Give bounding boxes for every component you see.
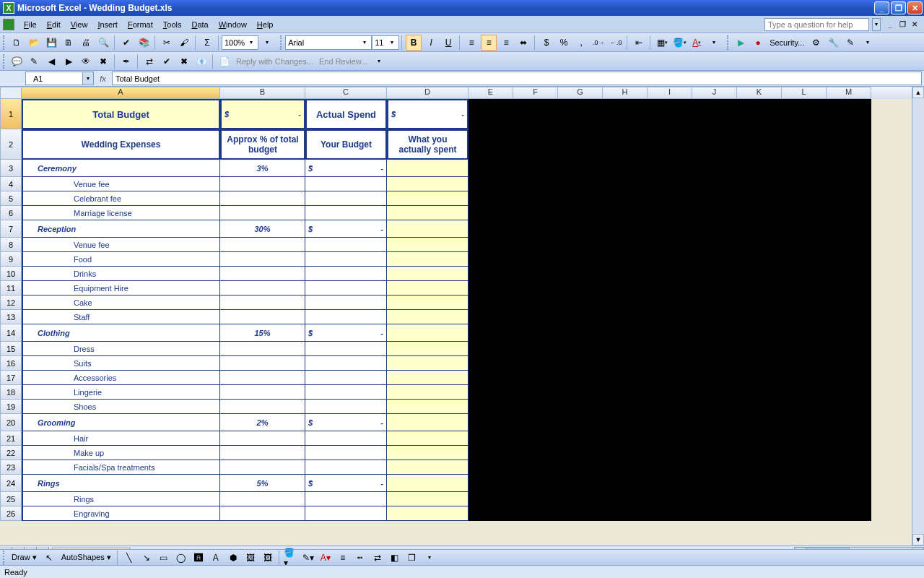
grip-icon[interactable] xyxy=(3,35,6,50)
cell[interactable] xyxy=(220,431,305,446)
cell[interactable] xyxy=(827,191,871,206)
cell[interactable] xyxy=(513,220,558,238)
cell[interactable] xyxy=(737,342,782,356)
cell[interactable]: 5% xyxy=(220,475,305,492)
cell[interactable]: Reception xyxy=(22,220,220,238)
scroll-down-icon[interactable]: ▼ xyxy=(912,534,924,545)
cell[interactable]: Dress xyxy=(22,342,220,356)
cell[interactable] xyxy=(468,385,513,400)
decrease-decimal-icon[interactable]: ←.0 xyxy=(608,35,624,51)
cell[interactable] xyxy=(827,506,871,521)
toolbar-options-icon[interactable]: ▾ xyxy=(422,550,437,566)
cell[interactable] xyxy=(558,475,603,492)
fill-color-icon[interactable]: 🪣▾ xyxy=(283,550,299,566)
cell[interactable] xyxy=(648,475,692,492)
doc-minimize-button[interactable]: _ xyxy=(885,20,895,30)
cell[interactable] xyxy=(827,414,871,431)
cell[interactable]: $- xyxy=(305,324,387,342)
cell[interactable] xyxy=(603,252,648,267)
cell[interactable] xyxy=(737,431,782,446)
cell[interactable] xyxy=(305,460,387,475)
cell[interactable]: Approx % of total budget xyxy=(220,129,305,160)
cell[interactable] xyxy=(737,414,782,431)
cell[interactable] xyxy=(827,160,871,177)
cell[interactable] xyxy=(737,492,782,506)
cell[interactable] xyxy=(648,431,692,446)
cell[interactable]: 30% xyxy=(220,220,305,238)
cell[interactable] xyxy=(468,238,513,252)
cell[interactable] xyxy=(220,460,305,475)
cell[interactable] xyxy=(827,475,871,492)
doc-restore-button[interactable]: ❐ xyxy=(897,20,907,30)
cell[interactable] xyxy=(513,177,558,191)
align-left-icon[interactable]: ≡ xyxy=(463,35,479,51)
row-header[interactable]: 2 xyxy=(0,129,22,160)
name-box[interactable]: A1▾ xyxy=(25,72,94,85)
cell[interactable] xyxy=(648,385,692,400)
cell[interactable] xyxy=(827,238,871,252)
cell[interactable] xyxy=(468,431,513,446)
cell[interactable] xyxy=(782,160,827,177)
cell[interactable]: Equipment Hire xyxy=(22,281,220,296)
decrease-indent-icon[interactable]: ⇤ xyxy=(631,35,647,51)
cell[interactable] xyxy=(603,99,648,129)
cell[interactable]: Lingerie xyxy=(22,385,220,400)
menu-insert[interactable]: Insert xyxy=(92,19,123,30)
cell[interactable] xyxy=(513,238,558,252)
col-header-F[interactable]: F xyxy=(513,87,558,99)
cell[interactable] xyxy=(737,446,782,460)
cell[interactable] xyxy=(558,206,603,220)
cell[interactable] xyxy=(692,342,737,356)
cell[interactable] xyxy=(782,385,827,400)
cell[interactable] xyxy=(692,177,737,191)
cell[interactable] xyxy=(305,281,387,296)
cell[interactable] xyxy=(782,310,827,324)
print-preview-icon[interactable]: 🔍 xyxy=(95,35,111,51)
cell[interactable] xyxy=(305,342,387,356)
cell[interactable] xyxy=(468,475,513,492)
currency-icon[interactable]: $ xyxy=(539,35,554,51)
cell[interactable] xyxy=(782,220,827,238)
cell[interactable] xyxy=(513,385,558,400)
vertical-scrollbar[interactable]: ▲ ▼ xyxy=(912,87,924,545)
cell[interactable] xyxy=(387,281,468,296)
cell[interactable] xyxy=(648,220,692,238)
cell[interactable] xyxy=(220,191,305,206)
cell[interactable] xyxy=(782,414,827,431)
cell[interactable]: Marriage license xyxy=(22,206,220,220)
cell[interactable] xyxy=(305,177,387,191)
menu-file[interactable]: File xyxy=(19,19,42,30)
cell[interactable] xyxy=(603,385,648,400)
cell[interactable] xyxy=(468,356,513,371)
cell[interactable] xyxy=(648,310,692,324)
font-size-dropdown[interactable]: 11▾ xyxy=(372,35,399,50)
cell[interactable] xyxy=(558,296,603,310)
play-icon[interactable]: ▶ xyxy=(733,35,749,51)
row-header[interactable]: 10 xyxy=(0,267,22,281)
security-button[interactable]: Security... xyxy=(767,38,807,47)
col-header-K[interactable]: K xyxy=(737,87,782,99)
help-search-input[interactable] xyxy=(764,18,869,31)
cell[interactable] xyxy=(468,400,513,414)
cell[interactable] xyxy=(513,206,558,220)
cell[interactable] xyxy=(603,281,648,296)
cell[interactable]: Grooming xyxy=(22,414,220,431)
cell[interactable] xyxy=(305,492,387,506)
percent-icon[interactable]: % xyxy=(556,35,572,51)
toolbar-options-icon[interactable]: ▾ xyxy=(860,35,876,51)
cell[interactable] xyxy=(558,99,603,129)
cell[interactable] xyxy=(387,506,468,521)
cell[interactable] xyxy=(513,400,558,414)
cell[interactable] xyxy=(692,414,737,431)
cell[interactable] xyxy=(737,220,782,238)
cell[interactable] xyxy=(737,99,782,129)
cell[interactable]: Drinks xyxy=(22,267,220,281)
cell[interactable] xyxy=(305,506,387,521)
cell[interactable]: Actual Spend xyxy=(305,99,387,129)
cell[interactable] xyxy=(558,371,603,385)
cell[interactable] xyxy=(387,324,468,342)
cell[interactable]: Cake xyxy=(22,296,220,310)
3d-icon[interactable]: ❒ xyxy=(404,550,420,566)
cell[interactable] xyxy=(603,506,648,521)
borders-icon[interactable]: ▦▾ xyxy=(654,35,670,51)
